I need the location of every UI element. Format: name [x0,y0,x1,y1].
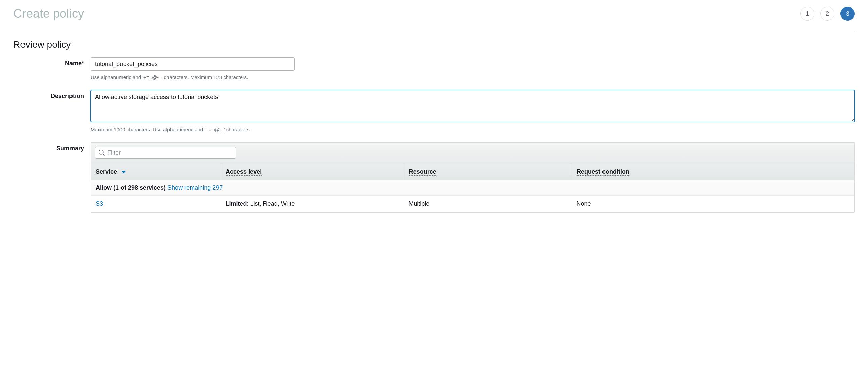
description-hint: Maximum 1000 characters. Use alphanumeri… [91,127,855,132]
access-prefix: Limited [225,200,247,207]
wizard-steps: 1 2 3 [800,7,855,21]
group-label: Allow (1 of 298 services) [96,184,166,191]
column-header-service-label: Service [96,168,117,175]
filter-input-wrap[interactable] [95,147,236,159]
table-row: S3 Limited: List, Read, Write Multiple N… [91,196,854,213]
resource-cell: Multiple [404,196,571,213]
wizard-step-1[interactable]: 1 [800,7,814,21]
column-header-access-label: Access level [225,168,262,176]
condition-cell: None [572,196,854,213]
page-title: Create policy [13,7,84,21]
wizard-step-2[interactable]: 2 [820,7,834,21]
access-cell: Limited: List, Read, Write [221,196,404,213]
access-rest: : List, Read, Write [247,200,295,207]
name-hint: Use alphanumeric and '+=,.@-_' character… [91,74,855,80]
column-header-access[interactable]: Access level [221,163,404,180]
name-label: Name* [13,57,91,67]
summary-toolbar [91,143,854,163]
service-link[interactable]: S3 [96,200,103,207]
column-header-resource[interactable]: Resource [404,163,571,180]
summary-table: Service Access level Resource Request co… [91,163,854,213]
table-group-row: Allow (1 of 298 services) Show remaining… [91,180,854,196]
column-header-resource-label: Resource [409,168,436,176]
section-title: Review policy [13,39,855,50]
column-header-service[interactable]: Service [91,163,221,180]
description-input[interactable]: Allow active storage access to tutorial … [91,90,855,122]
filter-input[interactable] [105,149,232,156]
sort-caret-icon [122,171,126,173]
summary-label: Summary [13,142,91,152]
summary-panel: Service Access level Resource Request co… [91,142,855,213]
column-header-condition-label: Request condition [577,168,629,176]
column-header-condition[interactable]: Request condition [572,163,854,180]
name-input[interactable] [91,57,295,71]
description-label: Description [13,90,91,100]
wizard-step-3[interactable]: 3 [840,7,855,21]
search-icon [99,150,105,156]
show-remaining-link[interactable]: Show remaining 297 [167,184,222,191]
